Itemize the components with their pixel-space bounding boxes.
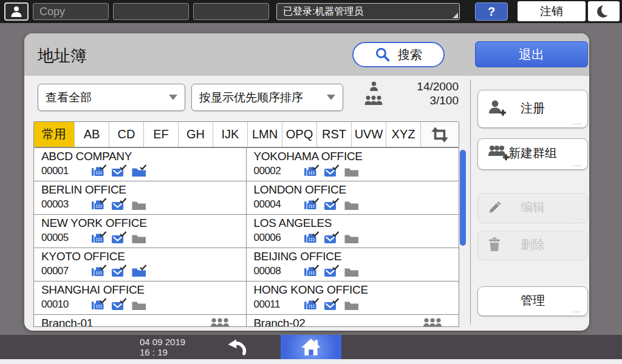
- email-icon: [324, 231, 340, 244]
- contact-name: LONDON OFFICE: [254, 183, 453, 197]
- group-badge-icon: [422, 318, 443, 327]
- letter-tab[interactable]: LMN: [247, 122, 282, 147]
- contact-name: HONG KONG OFFICE: [254, 283, 453, 297]
- function-key-copy[interactable]: Copy: [33, 3, 109, 20]
- sort-order-dropdown[interactable]: 按显示优先顺序排序: [191, 84, 343, 111]
- function-key-2[interactable]: [113, 3, 189, 20]
- contact-id: 00003: [41, 198, 75, 211]
- user-count-icon: [369, 81, 378, 92]
- contact-id: 00004: [254, 198, 288, 211]
- contact-list-item[interactable]: ABCD COMPANY 00001: [34, 148, 247, 181]
- switch-order-icon: [429, 127, 450, 143]
- contact-list-item[interactable]: BERLIN OFFICE 00003: [34, 181, 247, 215]
- more-marker: ...: [573, 158, 582, 168]
- fax-icon: [91, 198, 107, 211]
- screen-bezel-strip: [0, 359, 622, 364]
- contact-id: 00011: [254, 298, 288, 311]
- logout-button[interactable]: 注销: [518, 1, 586, 21]
- folder-icon: [131, 198, 147, 211]
- search-button[interactable]: 搜索: [352, 42, 445, 67]
- function-key-3[interactable]: [193, 3, 269, 20]
- contact-sub: 00003: [41, 198, 240, 211]
- scrollbar-thumb[interactable]: [460, 150, 466, 246]
- contact-id: 00006: [254, 232, 288, 244]
- edit-label: 编辑: [478, 199, 587, 215]
- contact-id: 00002: [254, 165, 288, 177]
- contact-list-item[interactable]: KYOTO OFFICE 00007: [34, 248, 247, 281]
- folder-icon: [344, 298, 360, 311]
- group-count-icon: [364, 95, 383, 106]
- contact-sub: 00010: [41, 298, 240, 311]
- letter-tab[interactable]: 常用: [34, 122, 74, 147]
- capacity-counters: 14/2000 3/100: [360, 79, 459, 107]
- contact-sub: 00007: [41, 265, 240, 278]
- date-label: 04 09 2019: [140, 337, 185, 347]
- letter-tab[interactable]: OPQ: [282, 122, 316, 147]
- contact-list-item[interactable]: NEW YORK OFFICE 00005: [34, 215, 247, 248]
- fax-icon: [304, 265, 320, 278]
- view-filter-dropdown[interactable]: 查看全部: [38, 84, 185, 111]
- manage-button[interactable]: 管理 ...: [477, 286, 588, 316]
- folder-icon: [344, 231, 360, 244]
- delete-label: 删除: [478, 237, 587, 253]
- contact-name: BEIJING OFFICE: [254, 250, 453, 263]
- chevron-down-icon: [327, 95, 335, 100]
- new-group-button[interactable]: 新建群组 ...: [477, 138, 588, 170]
- chevron-down-icon: [169, 95, 177, 100]
- delete-button[interactable]: 删除: [477, 231, 588, 260]
- more-marker: ...: [573, 305, 582, 314]
- more-marker: ...: [573, 212, 582, 221]
- letter-tab[interactable]: AB: [74, 122, 109, 147]
- contact-list-item[interactable]: HONG KONG OFFICE 00011: [247, 281, 459, 315]
- letter-tab[interactable]: CD: [109, 122, 143, 147]
- letter-tab[interactable]: XYZ: [386, 122, 420, 147]
- search-icon: [375, 47, 391, 62]
- fax-icon: [91, 298, 107, 311]
- exit-button[interactable]: 退出: [475, 41, 588, 67]
- contact-sub: 00004: [254, 198, 453, 211]
- folder-icon: [131, 231, 147, 244]
- folder-icon: [344, 198, 360, 211]
- vertical-divider: [470, 79, 471, 325]
- contact-list-item[interactable]: LOS ANGELES 00006: [247, 215, 459, 248]
- login-status-dropdown[interactable]: 已登录:机器管理员: [276, 3, 460, 20]
- time-label: 16 : 19: [140, 347, 185, 357]
- energy-saver-button[interactable]: [588, 1, 620, 21]
- contact-list-item[interactable]: BEIJING OFFICE 00008: [247, 248, 459, 281]
- contact-name: BERLIN OFFICE: [41, 183, 240, 197]
- user-login-button[interactable]: [4, 2, 29, 21]
- person-icon: [10, 5, 23, 18]
- letter-tab[interactable]: UVW: [351, 122, 386, 147]
- fax-icon: [91, 164, 107, 178]
- letter-tabs: 常用ABCDEFGHIJKLMNOPQRSTUVWXYZ: [33, 121, 459, 147]
- contact-list-item[interactable]: LONDON OFFICE 00004: [247, 181, 459, 215]
- contact-list-item[interactable]: SHANGHAI OFFICE 00010: [34, 281, 247, 315]
- switch-order-button[interactable]: [420, 122, 459, 147]
- fax-icon: [304, 298, 320, 311]
- contact-list-item[interactable]: Branch-01: [34, 315, 247, 327]
- email-icon: [111, 298, 127, 311]
- datetime-display: 04 09 2019 16 : 19: [140, 337, 185, 357]
- user-count: 14/2000: [388, 80, 459, 93]
- home-button[interactable]: [281, 335, 341, 359]
- contact-list-item[interactable]: Branch-02: [247, 315, 459, 327]
- help-button[interactable]: ?: [475, 2, 508, 21]
- back-button[interactable]: [214, 335, 260, 359]
- contact-list-item[interactable]: YOKOHAMA OFFICE 00002: [247, 148, 459, 181]
- contact-sub: 00006: [254, 231, 453, 244]
- register-button[interactable]: 注册 ...: [477, 90, 588, 128]
- contact-sub: 00011: [254, 298, 453, 311]
- letter-tab[interactable]: EF: [143, 122, 178, 147]
- fax-icon: [304, 231, 320, 244]
- bottom-nav-bar: 04 09 2019 16 : 19: [0, 335, 622, 359]
- contact-sub: 00005: [41, 231, 240, 244]
- edit-button[interactable]: 编辑 ...: [477, 193, 588, 223]
- letter-tab[interactable]: GH: [178, 122, 213, 147]
- letter-tab[interactable]: IJK: [213, 122, 247, 147]
- email-icon: [324, 265, 340, 278]
- contact-id: 00008: [254, 265, 288, 277]
- email-icon: [111, 198, 127, 211]
- email-icon: [111, 164, 127, 178]
- letter-tab[interactable]: RST: [316, 122, 351, 147]
- folder-icon: [131, 265, 147, 278]
